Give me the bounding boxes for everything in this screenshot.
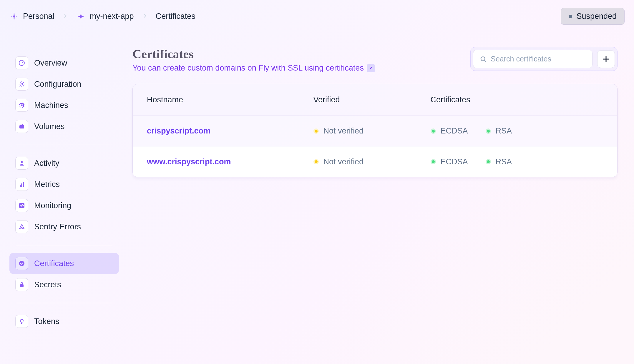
search-input[interactable] (491, 55, 586, 63)
cert-name: RSA (496, 157, 512, 166)
table-row[interactable]: crispyscript.comNot verifiedECDSARSA (133, 116, 617, 146)
main-content: Certificates You can create custom domai… (127, 33, 634, 347)
sidebar-item-label: Overview (34, 59, 67, 68)
sidebar-item-secrets[interactable]: Secrets (9, 274, 119, 295)
sidebar-item-label: Certificates (34, 259, 74, 268)
sidebar-item-label: Configuration (34, 80, 82, 89)
sidebar-divider (16, 145, 112, 145)
column-certificates: Certificates (431, 95, 603, 104)
sidebar-divider (16, 303, 112, 303)
sidebar-item-activity[interactable]: Activity (9, 153, 119, 174)
gauge-icon (15, 56, 28, 69)
verified-cell: Not verified (313, 126, 431, 136)
breadcrumb-org[interactable]: Personal (9, 12, 54, 21)
breadcrumb-page-label: Certificates (156, 12, 195, 21)
sidebar-item-label: Metrics (34, 180, 60, 189)
header-actions (470, 47, 618, 71)
sidebar-divider (16, 245, 112, 245)
status-dot-icon (486, 128, 491, 134)
bars-icon (15, 178, 28, 191)
table-row[interactable]: www.crispyscript.comNot verifiedECDSARSA (133, 146, 617, 177)
cpu-icon (15, 99, 28, 112)
status-label: Suspended (576, 12, 617, 21)
status-dot-icon (313, 159, 319, 164)
plus-icon (602, 55, 610, 63)
briefcase-icon (15, 120, 28, 133)
verified-label: Not verified (323, 157, 364, 166)
app-icon (76, 12, 86, 21)
wave-icon (15, 199, 28, 212)
cert-name: RSA (496, 126, 512, 136)
page-subtitle-text: You can create custom domains on Fly wit… (132, 64, 364, 73)
breadcrumb: Personal my-next-app Certificates (9, 12, 195, 21)
gear-icon (15, 78, 28, 91)
status-dot-icon (569, 15, 572, 18)
cert-rsa: RSA (486, 126, 512, 136)
check-icon (15, 257, 28, 270)
breadcrumb-bar: Personal my-next-app Certificates Suspen… (0, 0, 634, 33)
hostname-link[interactable]: crispyscript.com (147, 126, 313, 136)
breadcrumb-page[interactable]: Certificates (156, 12, 195, 21)
sentry-icon (15, 220, 28, 233)
add-certificate-button[interactable] (597, 50, 615, 68)
key-icon (15, 315, 28, 328)
verified-label: Not verified (323, 126, 364, 136)
chevron-right-icon (142, 13, 147, 20)
status-dot-icon (431, 128, 436, 134)
sidebar-item-tokens[interactable]: Tokens (9, 311, 119, 332)
certificates-cell: ECDSARSA (431, 126, 603, 136)
verified-cell: Not verified (313, 157, 431, 166)
column-hostname: Hostname (147, 95, 313, 104)
breadcrumb-app-label: my-next-app (90, 12, 134, 21)
chevron-right-icon (63, 13, 68, 20)
sidebar-item-sentry-errors[interactable]: Sentry Errors (9, 216, 119, 237)
sidebar-item-volumes[interactable]: Volumes (9, 116, 119, 137)
cert-name: ECDSA (441, 157, 468, 166)
breadcrumb-org-label: Personal (23, 12, 54, 21)
sidebar-item-label: Activity (34, 159, 59, 168)
status-dot-icon (431, 159, 436, 164)
sidebar-item-label: Monitoring (34, 201, 71, 210)
org-icon (9, 12, 19, 21)
external-link-icon (367, 64, 375, 72)
lock-icon (15, 278, 28, 291)
person-icon (15, 157, 28, 170)
sidebar-item-metrics[interactable]: Metrics (9, 174, 119, 195)
status-dot-icon (313, 128, 319, 134)
table-header: Hostname Verified Certificates (133, 84, 617, 116)
breadcrumb-app[interactable]: my-next-app (76, 12, 134, 21)
sidebar-item-label: Secrets (34, 280, 61, 289)
certificates-cell: ECDSARSA (431, 157, 603, 166)
column-verified: Verified (313, 95, 431, 104)
search-wrapper[interactable] (473, 50, 592, 68)
status-badge[interactable]: Suspended (561, 8, 625, 25)
page-header: Certificates You can create custom domai… (132, 47, 618, 73)
status-dot-icon (486, 159, 491, 164)
sidebar-item-monitoring[interactable]: Monitoring (9, 195, 119, 216)
sidebar-item-label: Tokens (34, 317, 59, 326)
search-icon (480, 55, 487, 63)
sidebar-item-label: Machines (34, 101, 68, 110)
cert-ecdsa: ECDSA (431, 157, 468, 166)
sidebar-item-label: Volumes (34, 122, 65, 131)
sidebar-item-machines[interactable]: Machines (9, 95, 119, 116)
sidebar: OverviewConfigurationMachinesVolumesActi… (0, 33, 127, 347)
certificates-table: Hostname Verified Certificates crispyscr… (132, 84, 618, 177)
page-title: Certificates (132, 47, 375, 61)
sidebar-item-configuration[interactable]: Configuration (9, 74, 119, 95)
sidebar-item-label: Sentry Errors (34, 222, 81, 231)
hostname-link[interactable]: www.crispyscript.com (147, 157, 313, 166)
cert-ecdsa: ECDSA (431, 126, 468, 136)
cert-name: ECDSA (441, 126, 468, 136)
sidebar-item-certificates[interactable]: Certificates (9, 253, 119, 274)
page-subtitle-link[interactable]: You can create custom domains on Fly wit… (132, 64, 375, 73)
sidebar-item-overview[interactable]: Overview (9, 52, 119, 74)
cert-rsa: RSA (486, 157, 512, 166)
